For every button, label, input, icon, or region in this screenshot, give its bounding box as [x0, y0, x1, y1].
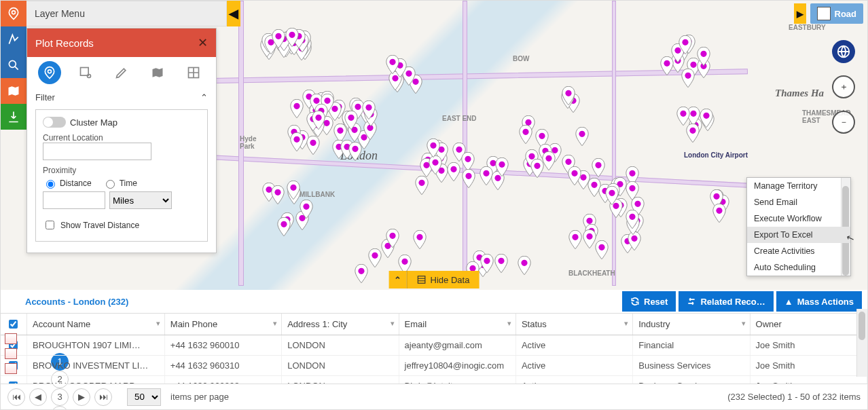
map-pin[interactable]: [270, 185, 285, 204]
row-action-icon[interactable]: [5, 333, 17, 344]
map-pin[interactable]: [517, 256, 532, 275]
mass-action-item[interactable]: Execute Workflow: [747, 210, 850, 227]
map-pin[interactable]: [271, 29, 286, 48]
unit-select[interactable]: Miles: [109, 191, 172, 209]
row-checkbox[interactable]: [9, 381, 18, 384]
map-pin[interactable]: [412, 230, 427, 249]
select-all-checkbox[interactable]: [9, 320, 18, 329]
map-pin[interactable]: [696, 47, 711, 66]
map-pin[interactable]: [460, 152, 475, 171]
map-pin[interactable]: [428, 155, 443, 174]
page-size-select[interactable]: 50: [127, 388, 161, 406]
map-pin[interactable]: [712, 204, 727, 223]
map-pin[interactable]: [385, 229, 400, 248]
filter-icon[interactable]: ▾: [742, 319, 746, 328]
map-pin[interactable]: [285, 28, 300, 47]
related-records-button[interactable]: Related Reco…: [679, 291, 773, 312]
tab-search-icon[interactable]: [74, 61, 97, 84]
mass-action-item[interactable]: Export To Excel↖: [747, 227, 850, 243]
right-collapse-toggle[interactable]: ▶: [794, 3, 806, 24]
mass-action-item[interactable]: Auto Scheduling: [747, 259, 850, 276]
filter-icon[interactable]: ▾: [507, 319, 511, 328]
refresh-globe-icon[interactable]: [832, 40, 855, 63]
map-pin[interactable]: [385, 55, 400, 74]
grid-title[interactable]: Accounts - London (232): [25, 297, 128, 307]
pager-last[interactable]: ⏭: [94, 388, 112, 406]
zoom-in-button[interactable]: ＋: [832, 75, 855, 98]
table-row[interactable]: BROUGHTON 1907 LIMI…+44 1632 960010LONDO…: [1, 335, 867, 356]
layer-collapse-toggle[interactable]: ◀: [227, 1, 240, 26]
table-row[interactable]: BROWN COOPER MARP…+44 1632 960293LONDONB…: [1, 376, 867, 384]
map-pin[interactable]: [306, 136, 321, 155]
map-pin[interactable]: [685, 124, 700, 143]
pager-page[interactable]: 4: [51, 406, 69, 411]
map-pin[interactable]: [461, 169, 476, 188]
hide-data-button[interactable]: Hide Data: [407, 271, 480, 288]
map-pin[interactable]: [568, 230, 583, 249]
map-pin[interactable]: [494, 254, 509, 273]
map-pin[interactable]: [582, 229, 597, 248]
mass-action-item[interactable]: Manage Territory: [747, 178, 850, 194]
cluster-map-toggle[interactable]: [43, 117, 66, 128]
rail-territory-icon[interactable]: [1, 78, 26, 104]
map-pin[interactable]: [541, 151, 556, 170]
map-pin[interactable]: [494, 157, 509, 176]
rail-route-icon[interactable]: [1, 26, 26, 52]
map-pin[interactable]: [426, 138, 441, 157]
map-pin[interactable]: [591, 158, 606, 177]
chevron-up-icon[interactable]: ⌃: [200, 92, 208, 102]
tab-territory-icon[interactable]: [146, 61, 169, 84]
mass-actions-button[interactable]: ▲Mass Actions: [776, 291, 862, 312]
rail-download-icon[interactable]: [1, 104, 26, 130]
row-action-icon[interactable]: [5, 363, 17, 374]
close-icon[interactable]: ✕: [198, 35, 208, 50]
pager-next[interactable]: ▶: [73, 388, 90, 406]
map-pin[interactable]: [625, 210, 640, 229]
layer-menu-bar[interactable]: Layer Menu: [26, 1, 227, 26]
rail-search-area-icon[interactable]: [1, 52, 26, 78]
current-location-input[interactable]: [43, 143, 151, 160]
map-pin[interactable]: [561, 86, 576, 105]
filter-icon[interactable]: ▾: [156, 319, 160, 328]
map-pin[interactable]: [681, 69, 695, 88]
map-pin[interactable]: [344, 111, 359, 130]
tab-plot-icon[interactable]: [38, 61, 61, 84]
map-pin[interactable]: [361, 100, 376, 119]
map-pin[interactable]: [567, 166, 582, 185]
reset-button[interactable]: Reset: [622, 291, 676, 312]
column-header[interactable]: Account Name▾: [27, 314, 165, 335]
map-pin[interactable]: [678, 35, 693, 54]
distance-input[interactable]: [43, 191, 105, 209]
filter-icon[interactable]: ▾: [624, 319, 628, 328]
table-row[interactable]: BROVKO INVESTMENT LI…+44 1632 960310LOND…: [1, 356, 867, 376]
map-pin[interactable]: [575, 127, 590, 146]
map-pin[interactable]: [699, 109, 714, 128]
tab-draw-icon[interactable]: [110, 61, 133, 84]
show-travel-checkbox[interactable]: [46, 221, 54, 229]
map-pin[interactable]: [659, 56, 674, 75]
column-header[interactable]: Main Phone▾: [164, 314, 281, 335]
column-header[interactable]: Email▾: [399, 314, 516, 335]
basemap-road-button[interactable]: Road: [810, 3, 864, 24]
hide-data-chevron[interactable]: ⌃: [389, 271, 407, 288]
grid-scrollbar[interactable]: [856, 309, 867, 377]
map-pin[interactable]: [604, 186, 619, 205]
map-pin[interactable]: [414, 176, 429, 195]
zoom-out-button[interactable]: －: [832, 111, 855, 134]
row-action-icon[interactable]: [5, 348, 17, 359]
pager-prev[interactable]: ◀: [29, 388, 47, 406]
column-header[interactable]: Address 1: City▾: [282, 314, 399, 335]
column-header[interactable]: Status▾: [516, 314, 632, 335]
mass-action-item[interactable]: Send Email: [747, 194, 850, 210]
map-pin[interactable]: [289, 132, 304, 151]
rail-plot-icon[interactable]: [1, 1, 26, 26]
tab-layout-icon[interactable]: [182, 61, 205, 84]
map-pin[interactable]: [518, 125, 533, 144]
distance-radio[interactable]: Distance: [43, 178, 92, 189]
time-radio[interactable]: Time: [103, 178, 137, 189]
map-pin[interactable]: [311, 111, 326, 130]
mass-action-item[interactable]: Create Activities: [747, 243, 850, 259]
pager-page[interactable]: 3: [51, 388, 69, 406]
pager-first[interactable]: ⏮: [7, 388, 25, 406]
map-pin[interactable]: [276, 217, 291, 236]
